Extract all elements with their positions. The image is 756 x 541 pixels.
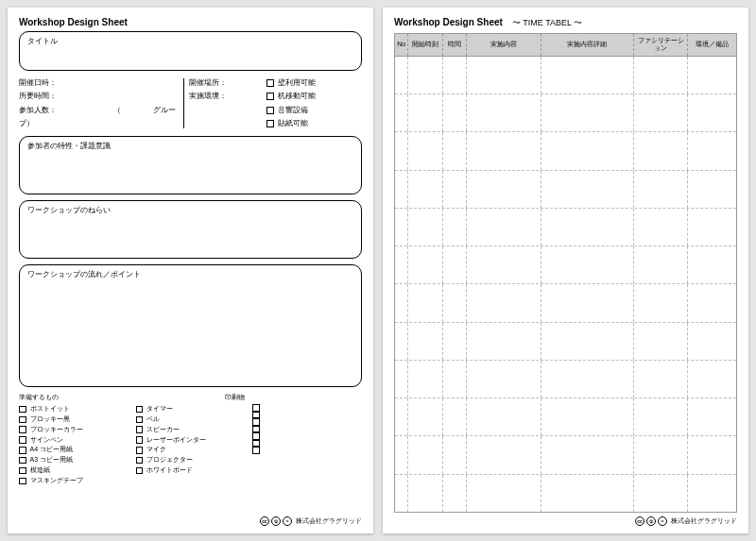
table-cell[interactable]: [408, 132, 442, 169]
table-cell[interactable]: [467, 436, 541, 473]
table-cell[interactable]: [634, 209, 689, 245]
table-cell[interactable]: [443, 475, 467, 512]
table-cell[interactable]: [443, 398, 467, 435]
table-cell[interactable]: [467, 94, 541, 131]
table-cell[interactable]: [541, 171, 633, 208]
table-cell[interactable]: [541, 284, 633, 321]
table-cell[interactable]: [634, 361, 689, 397]
table-cell[interactable]: [408, 398, 442, 435]
table-cell[interactable]: [688, 398, 736, 435]
table-row[interactable]: [395, 475, 736, 512]
table-cell[interactable]: [688, 323, 736, 360]
prep-item[interactable]: プロジェクター: [136, 455, 246, 465]
table-row[interactable]: [395, 436, 736, 474]
table-row[interactable]: [395, 284, 736, 322]
table-row[interactable]: [395, 209, 736, 246]
table-cell[interactable]: [395, 475, 408, 512]
table-row[interactable]: [395, 246, 736, 284]
prep-item[interactable]: サインペン: [19, 435, 129, 446]
table-cell[interactable]: [395, 284, 408, 321]
table-cell[interactable]: [467, 475, 541, 512]
prep-item[interactable]: 模造紙: [19, 465, 129, 476]
table-cell[interactable]: [395, 57, 408, 93]
table-cell[interactable]: [395, 398, 408, 435]
print-item[interactable]: [252, 432, 362, 440]
table-cell[interactable]: [443, 436, 467, 473]
table-cell[interactable]: [634, 246, 689, 283]
print-item[interactable]: [252, 412, 362, 419]
table-cell[interactable]: [688, 361, 736, 397]
table-cell[interactable]: [688, 246, 736, 283]
env-check-item[interactable]: 貼紙可能: [266, 117, 362, 130]
table-cell[interactable]: [541, 436, 633, 473]
table-cell[interactable]: [395, 436, 408, 473]
table-cell[interactable]: [443, 57, 467, 93]
table-cell[interactable]: [408, 475, 442, 512]
table-row[interactable]: [395, 132, 736, 170]
table-cell[interactable]: [541, 398, 633, 435]
table-cell[interactable]: [443, 323, 467, 360]
table-cell[interactable]: [408, 436, 442, 473]
table-cell[interactable]: [443, 361, 467, 397]
table-cell[interactable]: [541, 475, 633, 512]
prep-item[interactable]: A4 コピー用紙: [19, 445, 129, 455]
table-cell[interactable]: [408, 361, 442, 397]
env-check-item[interactable]: 音響設備: [266, 104, 362, 117]
table-cell[interactable]: [408, 246, 442, 283]
table-cell[interactable]: [688, 132, 736, 169]
table-cell[interactable]: [467, 398, 541, 435]
prep-item[interactable]: レーザーポインター: [136, 435, 246, 446]
table-cell[interactable]: [634, 171, 689, 208]
prep-item[interactable]: プロッキー黒: [19, 414, 129, 425]
table-cell[interactable]: [443, 209, 467, 245]
table-cell[interactable]: [443, 284, 467, 321]
table-cell[interactable]: [634, 436, 689, 473]
table-cell[interactable]: [467, 284, 541, 321]
table-cell[interactable]: [634, 284, 689, 321]
table-cell[interactable]: [443, 132, 467, 169]
table-cell[interactable]: [408, 209, 442, 245]
table-cell[interactable]: [408, 94, 442, 131]
table-cell[interactable]: [688, 209, 736, 245]
table-cell[interactable]: [408, 323, 442, 360]
prep-item[interactable]: ホワイトボード: [136, 465, 246, 476]
table-cell[interactable]: [688, 284, 736, 321]
prep-item[interactable]: マスキングテープ: [19, 476, 129, 486]
table-cell[interactable]: [541, 361, 633, 397]
table-cell[interactable]: [634, 94, 689, 131]
table-cell[interactable]: [408, 57, 442, 93]
table-cell[interactable]: [634, 398, 689, 435]
table-cell[interactable]: [443, 171, 467, 208]
table-cell[interactable]: [395, 171, 408, 208]
title-box[interactable]: タイトル: [19, 31, 362, 71]
table-cell[interactable]: [467, 246, 541, 283]
prep-item[interactable]: タイマー: [136, 404, 246, 414]
print-item[interactable]: [252, 440, 362, 448]
prep-item[interactable]: マイク: [136, 445, 246, 455]
table-row[interactable]: [395, 398, 736, 436]
table-cell[interactable]: [688, 94, 736, 131]
table-cell[interactable]: [688, 475, 736, 512]
prep-item[interactable]: ベル: [136, 414, 246, 425]
table-cell[interactable]: [395, 132, 408, 169]
table-row[interactable]: [395, 323, 736, 361]
table-cell[interactable]: [634, 132, 689, 169]
table-cell[interactable]: [395, 209, 408, 245]
prep-item[interactable]: A3 コピー用紙: [19, 455, 129, 465]
table-cell[interactable]: [688, 57, 736, 93]
table-cell[interactable]: [467, 171, 541, 208]
table-cell[interactable]: [634, 57, 689, 93]
prep-item[interactable]: ポストイット: [19, 404, 129, 414]
prep-item[interactable]: プロッキーカラー: [19, 425, 129, 435]
table-cell[interactable]: [395, 361, 408, 397]
table-cell[interactable]: [541, 209, 633, 245]
print-item[interactable]: [252, 418, 362, 426]
prep-item[interactable]: スピーカー: [136, 425, 246, 435]
table-row[interactable]: [395, 171, 736, 209]
table-cell[interactable]: [541, 246, 633, 283]
table-row[interactable]: [395, 94, 736, 132]
table-row[interactable]: [395, 57, 736, 94]
table-row[interactable]: [395, 361, 736, 398]
table-cell[interactable]: [395, 246, 408, 283]
table-cell[interactable]: [395, 94, 408, 131]
